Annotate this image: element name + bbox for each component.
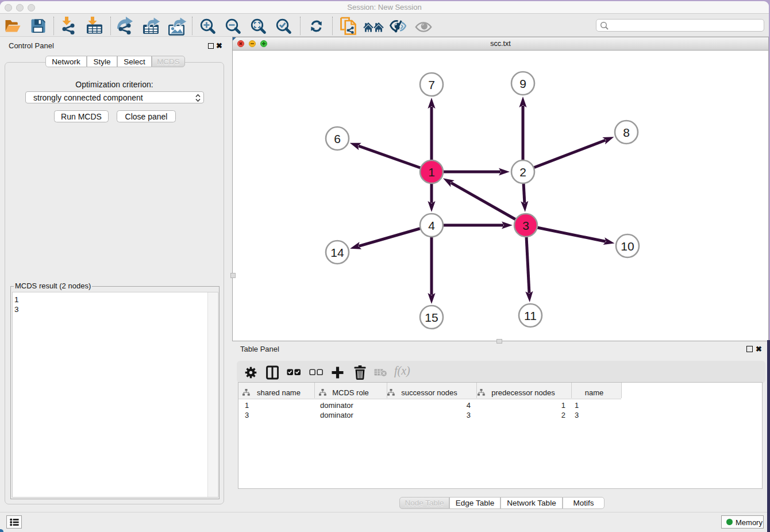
svg-text:2: 2 (519, 165, 526, 178)
svg-text:8: 8 (623, 125, 630, 138)
svg-text:9: 9 (519, 76, 526, 90)
svg-text:1: 1 (428, 165, 435, 178)
svg-text:15: 15 (425, 310, 438, 323)
svg-text:6: 6 (334, 132, 341, 145)
svg-text:14: 14 (330, 245, 344, 259)
svg-text:4: 4 (428, 218, 435, 232)
svg-text:10: 10 (621, 239, 634, 252)
svg-text:7: 7 (428, 78, 435, 91)
svg-text:3: 3 (522, 218, 529, 232)
svg-text:11: 11 (524, 309, 537, 322)
